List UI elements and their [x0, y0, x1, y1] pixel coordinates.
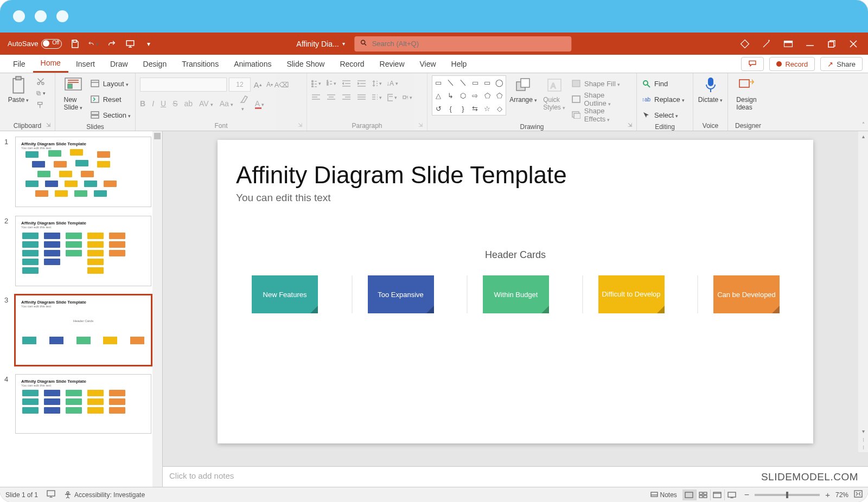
bullets-icon[interactable]	[311, 79, 321, 88]
tab-help[interactable]: Help	[444, 55, 475, 73]
language-icon[interactable]	[47, 490, 55, 499]
card-too-expansive[interactable]: Too Expansive	[368, 275, 434, 313]
tab-home[interactable]: Home	[33, 55, 68, 73]
notes-toggle[interactable]: Notes	[650, 491, 677, 499]
notes-pane[interactable]: Click to add notes SLIDEMODEL.COM	[163, 466, 868, 487]
underline-button[interactable]: U	[161, 99, 166, 108]
tab-slideshow[interactable]: Slide Show	[279, 55, 332, 73]
tab-record[interactable]: Record	[332, 55, 372, 73]
outdent-icon[interactable]	[342, 79, 352, 88]
slide-title[interactable]: Affinity Diagram Slide Template	[236, 162, 795, 189]
zoom-slider[interactable]	[755, 494, 820, 496]
document-title[interactable]: Affinity Dia... ▾	[296, 40, 344, 48]
tab-view[interactable]: View	[412, 55, 444, 73]
window-close-button[interactable]	[848, 39, 858, 49]
card-can-be-developed[interactable]: Can be Developed	[713, 275, 780, 313]
bold-button[interactable]: B	[140, 99, 145, 108]
shape-outline-button[interactable]: Shape Outline	[571, 92, 632, 106]
drawing-launcher[interactable]: ⇲	[628, 122, 634, 128]
indent-icon[interactable]	[357, 79, 367, 88]
card-new-features[interactable]: New Features	[252, 275, 318, 313]
autosave-toggle[interactable]: AutoSave	[8, 39, 62, 49]
shape-effects-button[interactable]: Shape Effects	[571, 108, 632, 122]
numbering-icon[interactable]: 12	[327, 79, 336, 88]
quick-styles-button[interactable]: A Quick Styles	[540, 75, 568, 111]
shadow-button[interactable]: ab	[184, 99, 193, 108]
window-restore-button[interactable]	[827, 39, 837, 49]
accessibility-status[interactable]: Accessibility: Investigate	[64, 491, 145, 499]
align-right-icon[interactable]	[342, 93, 352, 102]
line-spacing-icon[interactable]	[372, 79, 382, 88]
search-field[interactable]	[355, 36, 572, 52]
find-button[interactable]: Find	[641, 76, 668, 91]
layout-button[interactable]: Layout	[90, 76, 131, 91]
slide-canvas[interactable]: Affinity Diagram Slide Template You can …	[218, 140, 813, 443]
new-slide-button[interactable]: New Slide	[60, 75, 87, 111]
font-family-dropdown[interactable]	[140, 78, 227, 92]
qat-customize-icon[interactable]: ▾	[143, 38, 154, 49]
align-left-icon[interactable]	[311, 93, 321, 102]
mac-minimize-button[interactable]	[35, 10, 47, 22]
slide-subtitle[interactable]: You can edit this text	[236, 192, 795, 204]
thumbnail-scrollbar[interactable]	[152, 131, 162, 487]
grow-font-icon[interactable]: A▴	[253, 80, 263, 89]
zoom-in-button[interactable]: +	[825, 490, 830, 499]
window-minimize-button[interactable]	[805, 39, 815, 49]
card-within-budget[interactable]: Within Budget	[483, 275, 549, 313]
shape-fill-button[interactable]: Shape Fill	[571, 76, 632, 91]
redo-button[interactable]	[106, 38, 117, 49]
justify-icon[interactable]	[357, 93, 367, 102]
slide-thumb-4[interactable]: 4 Affinity Diagram Slide Template You ca…	[0, 369, 162, 437]
italic-button[interactable]: I	[152, 99, 154, 108]
columns-icon[interactable]	[372, 93, 382, 102]
change-case-button[interactable]: Aa	[220, 99, 233, 108]
arrange-button[interactable]: Arrange	[509, 75, 537, 104]
share-button[interactable]: ↗Share	[820, 57, 863, 71]
search-input[interactable]	[372, 40, 566, 48]
tab-design[interactable]: Design	[136, 55, 175, 73]
section-button[interactable]: Section	[90, 108, 131, 122]
shrink-font-icon[interactable]: A▾	[265, 80, 275, 89]
align-center-icon[interactable]	[327, 93, 336, 102]
font-launcher[interactable]: ⇲	[298, 122, 304, 128]
reset-button[interactable]: Reset	[90, 92, 131, 106]
clear-format-icon[interactable]: A⌫	[277, 80, 286, 89]
dictate-button[interactable]: Dictate	[698, 75, 723, 104]
copy-icon[interactable]	[36, 88, 46, 98]
tab-insert[interactable]: Insert	[68, 55, 103, 73]
smartart-icon[interactable]	[403, 93, 412, 102]
zoom-level[interactable]: 72%	[835, 491, 848, 499]
text-direction-icon[interactable]: ↓A	[387, 79, 397, 88]
tab-draw[interactable]: Draw	[103, 55, 136, 73]
slideshow-start-icon[interactable]	[125, 38, 136, 49]
card-difficult-develop[interactable]: Difficult to Develop	[598, 275, 665, 313]
comments-button[interactable]	[741, 57, 764, 71]
select-button[interactable]: Select	[641, 108, 678, 122]
format-painter-icon[interactable]	[36, 100, 46, 110]
collapse-ribbon-icon[interactable]: ˄	[862, 121, 865, 127]
slide-thumb-3[interactable]: 3 Affinity Diagram Slide Template You ca…	[0, 289, 162, 369]
tab-transitions[interactable]: Transitions	[174, 55, 226, 73]
font-color-button[interactable]: A	[255, 99, 264, 108]
sorter-view-button[interactable]	[697, 490, 711, 500]
highlight-button[interactable]	[240, 95, 248, 112]
normal-view-button[interactable]	[682, 490, 697, 500]
tab-file[interactable]: File	[5, 55, 33, 73]
slide-thumb-1[interactable]: 1 Affinity Diagram Slide Template You ca…	[0, 131, 162, 210]
canvas-scrollbar-vertical[interactable]: ▴ ▾ ⁝ ⁝	[858, 131, 868, 452]
tab-review[interactable]: Review	[372, 55, 412, 73]
replace-button[interactable]: ↕abReplace	[641, 92, 685, 106]
save-icon[interactable]	[69, 38, 80, 49]
mac-zoom-button[interactable]	[56, 10, 68, 22]
magic-icon[interactable]	[762, 39, 771, 49]
align-text-icon[interactable]	[387, 93, 397, 102]
slide-thumb-2[interactable]: 2 Affinity Diagram Slide Template You ca…	[0, 210, 162, 289]
slideshow-view-button[interactable]	[725, 490, 739, 500]
clipboard-launcher[interactable]: ⇲	[46, 122, 53, 128]
ribbon-mode-icon[interactable]	[783, 39, 793, 49]
zoom-out-button[interactable]: −	[744, 490, 749, 500]
font-size-dropdown[interactable]: 12	[229, 78, 251, 92]
mac-close-button[interactable]	[13, 10, 25, 22]
reading-view-button[interactable]	[711, 490, 725, 500]
strike-button[interactable]: S	[173, 99, 177, 108]
